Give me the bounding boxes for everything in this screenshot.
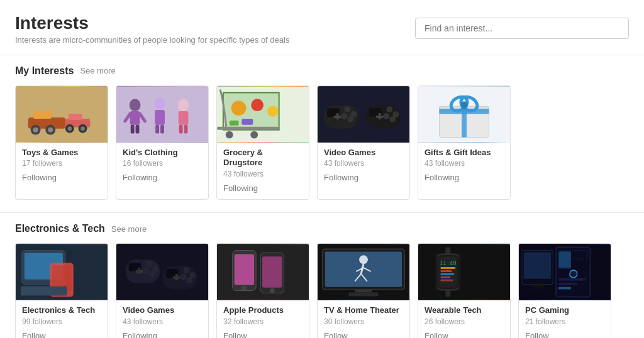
card-action-kids-clothing[interactable]: Following [123,173,202,182]
svg-rect-126 [558,287,571,290]
svg-rect-89 [235,254,255,285]
svg-text:11:40: 11:40 [440,261,457,267]
electronics-tech-see-more[interactable]: See more [111,224,147,234]
card-image-tv-home-theater [318,244,409,300]
card-action-tv-home-theater[interactable]: Follow [324,331,403,338]
card-tv-home-theater: TV & Home Theater 30 followers Follow [317,243,410,338]
svg-rect-116 [436,254,438,290]
header: Interests Interests are micro-communitie… [0,0,644,55]
card-kids-clothing: Kid's Clothing 16 followers Following [116,85,209,200]
svg-point-52 [384,113,390,119]
svg-point-42 [344,106,350,112]
svg-rect-122 [572,251,588,259]
svg-rect-34 [230,120,239,125]
card-toys-games: Toys & Games 17 followers Following [15,85,108,200]
svg-rect-86 [173,276,180,279]
card-image-pc-gaming [519,244,611,300]
page-title: Interests [15,13,289,34]
card-followers-grocery: 43 followers [223,170,303,178]
card-action-pc-gaming[interactable]: Follow [525,331,604,338]
svg-rect-21 [155,110,165,125]
svg-point-38 [250,131,258,138]
header-left: Interests Interests are micro-communitie… [15,13,289,45]
svg-point-37 [226,131,233,138]
card-title-pc-gaming: PC Gaming [525,305,604,316]
card-action-toys-games[interactable]: Following [22,173,101,182]
svg-rect-111 [441,267,456,269]
svg-rect-130 [528,288,548,290]
svg-point-76 [149,271,155,277]
card-followers-video-games-2: 43 followers [123,317,202,326]
card-title-grocery: Grocery & Drugstore [223,148,303,169]
card-followers-video-games: 43 followers [324,159,403,168]
electronics-tech-title: Electronics & Tech [15,223,105,234]
card-body-pc-gaming: PC Gaming 21 followers Follow [519,300,611,338]
card-image-toys-games [16,86,108,143]
card-action-electronics-tech[interactable]: Follow [22,331,101,338]
card-followers-toys-games: 17 followers [22,159,101,168]
my-interests-header: My Interests See more [15,65,629,77]
grocery-svg [217,86,309,143]
wearable-svg: 11:40 [418,244,510,300]
svg-point-31 [231,101,247,116]
svg-rect-104 [348,293,378,297]
svg-point-53 [389,116,396,123]
card-image-electronics-tech [16,244,108,300]
svg-rect-2 [33,111,52,119]
svg-point-45 [347,116,353,123]
svg-rect-92 [262,257,282,288]
svg-point-24 [178,99,189,111]
kids-svg [116,86,208,143]
svg-point-14 [130,99,141,111]
tv-svg [318,244,409,300]
svg-rect-22 [155,124,159,133]
svg-rect-18 [131,124,135,133]
svg-point-81 [184,267,190,273]
toys-svg [16,86,108,143]
svg-point-123 [570,270,577,278]
card-action-video-games[interactable]: Following [324,173,403,182]
svg-rect-27 [184,124,188,133]
card-action-wearable-tech[interactable]: Follow [425,331,504,338]
card-followers-pc-gaming: 21 followers [525,317,604,326]
search-input[interactable] [415,18,629,39]
videogames-svg [318,86,409,143]
card-body-wearable-tech: Wearable Tech 26 followers Follow [418,300,510,338]
pcgaming-svg [519,244,611,300]
card-pc-gaming: PC Gaming 21 followers Follow [518,243,611,338]
card-body-video-games-2: Video Games 43 followers Following [116,300,208,338]
svg-point-75 [143,268,149,274]
my-interests-title: My Interests [15,65,74,77]
svg-rect-55 [376,116,384,118]
card-title-electronics-tech: Electronics & Tech [22,305,101,316]
svg-point-32 [251,99,264,111]
card-followers-apple-products: 32 followers [223,317,303,326]
svg-point-84 [186,277,192,283]
svg-rect-121 [558,252,571,268]
card-image-kids-clothing [116,86,208,143]
card-action-grocery[interactable]: Following [223,183,303,193]
svg-rect-103 [355,290,372,293]
card-action-apple-products[interactable]: Follow [223,331,303,338]
card-title-tv-home-theater: TV & Home Theater [324,305,403,316]
svg-rect-128 [524,253,551,279]
card-wearable-tech: 11:40 Wearable Tech 26 followers Foll [418,243,511,338]
page-subtitle: Interests are micro-communities of peopl… [15,35,289,45]
card-action-video-games-2[interactable]: Following [123,331,202,338]
svg-rect-35 [242,118,253,124]
card-image-grocery [217,86,309,143]
svg-point-63 [460,101,468,109]
card-image-gifts [418,86,510,143]
card-action-gifts[interactable]: Following [425,173,504,182]
svg-point-33 [267,106,279,117]
card-followers-gifts: 43 followers [425,159,504,168]
my-interests-see-more[interactable]: See more [80,66,115,75]
svg-point-44 [341,113,347,119]
card-title-video-games: Video Games [324,148,403,158]
card-body-apple-products: Apple Products 32 followers Follow [217,300,309,338]
card-image-wearable-tech: 11:40 [418,244,510,300]
svg-rect-69 [21,286,67,296]
svg-rect-124 [558,278,586,281]
svg-point-90 [242,286,247,291]
card-body-kids-clothing: Kid's Clothing 16 followers Following [116,143,208,200]
